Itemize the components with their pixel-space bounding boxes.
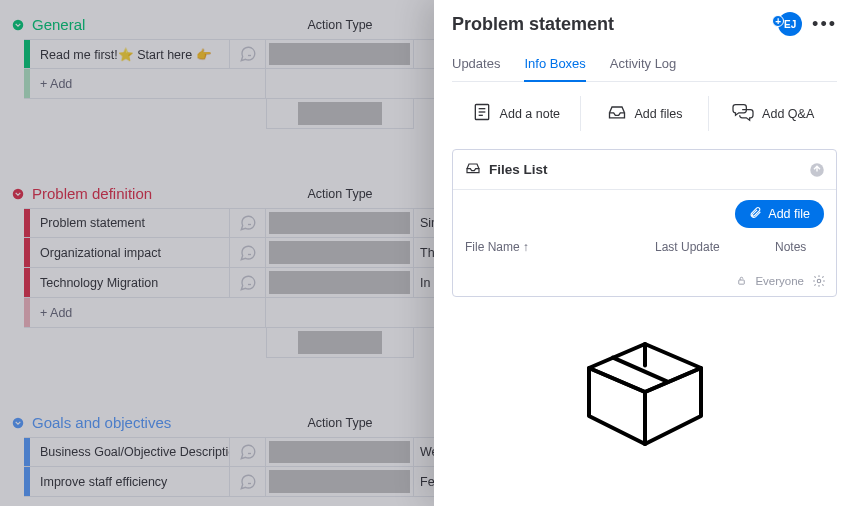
col-last-update[interactable]: Last Update bbox=[655, 240, 775, 254]
add-note-button[interactable]: Add a note bbox=[452, 96, 580, 131]
tab-info-boxes[interactable]: Info Boxes bbox=[524, 50, 585, 81]
add-files-button[interactable]: Add files bbox=[581, 96, 709, 131]
add-qa-button[interactable]: Add Q&A bbox=[709, 96, 837, 131]
paperclip-icon bbox=[749, 206, 762, 222]
add-file-label: Add file bbox=[768, 207, 810, 221]
col-file-name[interactable]: File Name ↑ bbox=[465, 240, 655, 254]
cell-action-type[interactable] bbox=[266, 438, 414, 466]
panel-menu-button[interactable]: ••• bbox=[812, 14, 837, 35]
chat-icon[interactable] bbox=[230, 268, 266, 297]
svg-point-0 bbox=[13, 19, 24, 30]
board-row[interactable]: Business Goal/Objective Description T…We bbox=[24, 437, 434, 467]
cell-action-type[interactable] bbox=[266, 467, 414, 496]
note-icon bbox=[472, 102, 492, 125]
row-name[interactable]: Problem statement bbox=[30, 209, 230, 237]
group: Problem definitionAction TypeProblem sta… bbox=[0, 179, 434, 358]
tab-activity-log[interactable]: Activity Log bbox=[610, 50, 676, 81]
visibility-label[interactable]: Everyone bbox=[755, 275, 804, 287]
empty-state-box-icon bbox=[452, 323, 837, 453]
avatar[interactable]: + EJ bbox=[778, 12, 802, 36]
files-card-title: Files List bbox=[489, 162, 548, 177]
col-notes[interactable]: Notes bbox=[775, 240, 824, 254]
lock-icon bbox=[736, 275, 747, 288]
svg-rect-14 bbox=[739, 280, 745, 284]
add-file-button[interactable]: Add file bbox=[735, 200, 824, 228]
cell-action-type[interactable] bbox=[266, 209, 414, 237]
cell-action-type[interactable] bbox=[266, 268, 414, 297]
row-name[interactable]: Organizational impact bbox=[30, 238, 230, 267]
add-row[interactable]: + Add bbox=[24, 69, 434, 99]
collapse-icon[interactable] bbox=[808, 161, 826, 179]
board-row[interactable]: Problem statementSin bbox=[24, 208, 434, 238]
inbox-icon bbox=[607, 102, 627, 125]
board-row[interactable]: Improve staff efficiencyFew bbox=[24, 467, 434, 497]
add-files-label: Add files bbox=[635, 107, 683, 121]
files-list-card: Files List Add file Fil bbox=[452, 149, 837, 297]
chat-icon[interactable] bbox=[230, 209, 266, 237]
add-row-label[interactable]: + Add bbox=[30, 298, 266, 327]
summary-cell-action-type bbox=[266, 99, 414, 129]
group: Goals and objectivesAction TypeBusiness … bbox=[0, 408, 434, 497]
avatar-initials: EJ bbox=[784, 19, 796, 30]
column-header-action-type[interactable]: Action Type bbox=[307, 187, 372, 201]
group-collapse-icon[interactable] bbox=[10, 186, 26, 202]
group-collapse-icon[interactable] bbox=[10, 17, 26, 33]
board-row[interactable]: Organizational impactThe bbox=[24, 238, 434, 268]
group-title[interactable]: Goals and objectives bbox=[32, 414, 171, 431]
add-note-label: Add a note bbox=[500, 107, 560, 121]
add-qa-label: Add Q&A bbox=[762, 107, 814, 121]
row-name[interactable]: Business Goal/Objective Description T… bbox=[30, 438, 230, 466]
chat-icon[interactable] bbox=[230, 438, 266, 466]
gear-icon[interactable] bbox=[812, 274, 826, 288]
add-member-icon[interactable]: + bbox=[772, 15, 784, 27]
row-name[interactable]: Technology Migration bbox=[30, 268, 230, 297]
board-row[interactable]: Technology MigrationIn o bbox=[24, 268, 434, 298]
inbox-icon bbox=[465, 160, 481, 179]
group: GeneralAction TypeRead me first!⭐ Start … bbox=[0, 10, 434, 129]
group-title[interactable]: Problem definition bbox=[32, 185, 152, 202]
board-area: GeneralAction TypeRead me first!⭐ Start … bbox=[0, 0, 434, 506]
chat-icon[interactable] bbox=[230, 467, 266, 496]
svg-marker-17 bbox=[589, 368, 645, 444]
svg-point-15 bbox=[817, 279, 821, 283]
svg-point-6 bbox=[13, 417, 24, 428]
group-summary-row bbox=[24, 99, 434, 129]
row-name[interactable]: Read me first!⭐ Start here 👉 bbox=[30, 40, 230, 68]
chat-icon[interactable] bbox=[230, 40, 266, 68]
add-row-label[interactable]: + Add bbox=[30, 69, 266, 98]
summary-cell-action-type bbox=[266, 328, 414, 358]
files-columns-header: File Name ↑ Last Update Notes bbox=[465, 236, 824, 260]
qa-icon bbox=[732, 102, 754, 125]
item-panel: Problem statement + EJ ••• UpdatesInfo B… bbox=[434, 0, 855, 506]
group-title[interactable]: General bbox=[32, 16, 85, 33]
infobox-action-bar: Add a note Add files Add Q&A bbox=[452, 96, 837, 131]
chat-icon[interactable] bbox=[230, 238, 266, 267]
panel-title: Problem statement bbox=[452, 14, 614, 35]
svg-point-2 bbox=[13, 188, 24, 199]
cell-action-type[interactable] bbox=[266, 40, 414, 68]
column-header-action-type[interactable]: Action Type bbox=[307, 416, 372, 430]
board-row[interactable]: Read me first!⭐ Start here 👉 bbox=[24, 39, 434, 69]
group-summary-row bbox=[24, 328, 434, 358]
add-row[interactable]: + Add bbox=[24, 298, 434, 328]
panel-tabs: UpdatesInfo BoxesActivity Log bbox=[452, 50, 837, 82]
column-header-action-type[interactable]: Action Type bbox=[307, 18, 372, 32]
row-name[interactable]: Improve staff efficiency bbox=[30, 467, 230, 496]
tab-updates[interactable]: Updates bbox=[452, 50, 500, 81]
group-collapse-icon[interactable] bbox=[10, 415, 26, 431]
svg-marker-18 bbox=[645, 368, 701, 444]
svg-line-20 bbox=[613, 358, 667, 382]
cell-action-type[interactable] bbox=[266, 238, 414, 267]
sort-asc-icon: ↑ bbox=[523, 240, 529, 254]
